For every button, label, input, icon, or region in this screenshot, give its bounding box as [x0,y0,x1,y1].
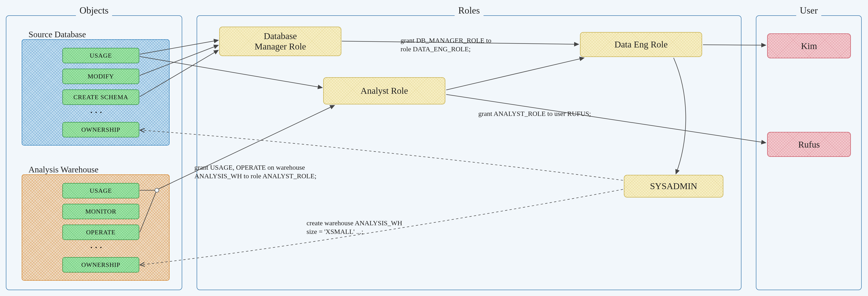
user-kim: Kim [767,33,851,58]
priv-analysiswh-usage: USAGE [62,183,139,198]
panel-user-title: User [796,5,821,16]
priv-analysiswh-monitor: MONITOR [62,204,139,219]
label-grant-db-manager: grant DB_MANAGER_ROLE to role DATA_ENG_R… [401,36,491,53]
source-database-title: Source Database [26,29,89,39]
priv-sourcedb-create-schema: CREATE SCHEMA [62,90,139,105]
role-data-eng: Data Eng Role [580,32,702,57]
priv-sourcedb-usage: USAGE [62,48,139,63]
label-create-warehouse: create warehouse ANALYSIS_WH size = 'XSM… [307,219,402,236]
role-database-manager: Database Manager Role [219,27,341,56]
priv-analysiswh-ownership: OWNERSHIP [62,257,139,272]
panel-roles-title: Roles [455,5,484,16]
priv-analysiswh-operate: OPERATE [62,225,139,240]
panel-objects-title: Objects [76,5,112,16]
label-grant-usage-operate: grant USAGE, OPERATE on warehouse ANALYS… [194,163,316,180]
role-sysadmin: SYSADMIN [624,175,723,197]
label-grant-analyst-user: grant ANALYST_ROLE to user RUFUS; [478,109,591,118]
analysis-warehouse-title: Analysis Warehouse [26,164,101,174]
user-rufus: Rufus [767,132,851,157]
priv-sourcedb-modify: MODIFY [62,69,139,84]
priv-sourcedb-ownership: OWNERSHIP [62,122,139,137]
ellipsis-sourcedb: · · · [90,108,102,117]
role-analyst: Analyst Role [323,77,445,104]
ellipsis-analysiswh: · · · [90,243,102,252]
